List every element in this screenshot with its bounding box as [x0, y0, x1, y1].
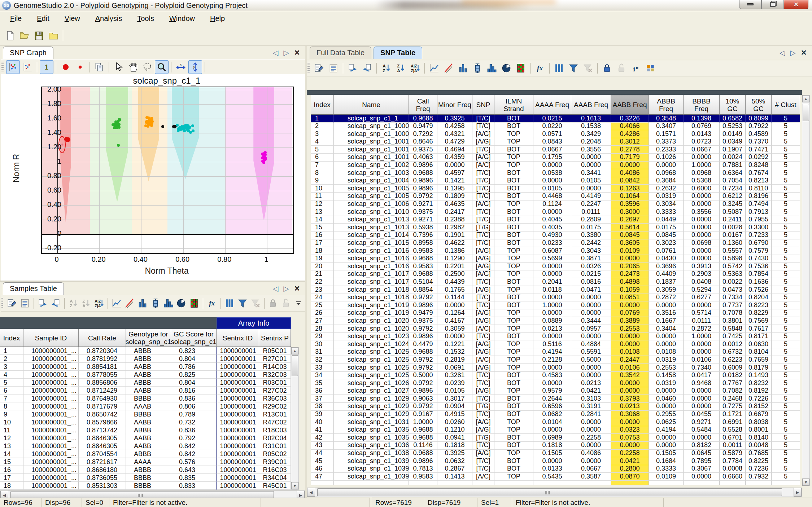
cell[interactable]: solcap_snp_c1_10130	[334, 216, 409, 224]
cell[interactable]: 5	[772, 340, 800, 348]
cell[interactable]: [T/G]	[472, 403, 494, 411]
cell[interactable]: 0.0105	[571, 177, 611, 185]
cell[interactable]: 0.9896	[409, 333, 437, 341]
cell[interactable]: 0.7737	[720, 301, 746, 309]
column-header-sample-id[interactable]: Sample ID	[23, 329, 79, 347]
cell[interactable]: 0.8717679	[79, 402, 126, 410]
cell[interactable]: 0.9896	[409, 387, 437, 395]
import-table-icon[interactable]	[360, 61, 374, 75]
table-row[interactable]: 33solcap_snp_c1_102550.97920.0691[A/G]TO…	[311, 364, 800, 372]
cell[interactable]: 14	[311, 216, 334, 224]
filter-icon[interactable]	[236, 296, 249, 310]
cell[interactable]: 5	[772, 138, 800, 146]
cell[interactable]: 0.3444	[571, 317, 611, 325]
cell[interactable]: 0.3889	[611, 317, 649, 325]
table-row[interactable]: 10solcap_snp_c1_100500.98960.1395[T/C]BO…	[311, 185, 800, 193]
scroll-left-icon[interactable]: ◀	[307, 488, 315, 497]
scroll-up-icon[interactable]: ▲	[291, 347, 298, 354]
cell[interactable]: 0.4086	[611, 169, 649, 177]
cell[interactable]: 0.0000	[533, 309, 571, 317]
cell[interactable]: 0.0109	[611, 247, 649, 255]
table-row[interactable]: 151000000001_...0.8721617AAAA0.576100000…	[0, 458, 291, 466]
cell[interactable]: TOP	[494, 418, 533, 426]
cell[interactable]: 0.0851	[611, 294, 649, 302]
cell[interactable]: 0.0000	[684, 255, 720, 263]
cell[interactable]: 1000000001	[217, 402, 259, 410]
cell[interactable]: 0.6596	[533, 403, 571, 411]
table-row[interactable]: 6solcap_snp_c1_100130.40630.4359[A/G]TOP…	[311, 154, 800, 162]
cell[interactable]: 0.1221	[437, 340, 472, 348]
cell[interactable]: 0.9792	[409, 379, 437, 387]
cell[interactable]: 0.4884	[571, 340, 611, 348]
cell[interactable]: 1.0000	[684, 333, 720, 341]
cell[interactable]: 0.1064	[611, 193, 649, 200]
cell[interactable]: 0.7767	[720, 379, 746, 387]
cell[interactable]: 35	[311, 379, 334, 387]
cell[interactable]: solcap_snp_c1_10020	[334, 162, 409, 169]
cell[interactable]: 0.1818	[437, 442, 472, 450]
table-row[interactable]: 131000000001_...0.8846305AABB0.842100000…	[0, 442, 291, 450]
cell[interactable]: TOP	[494, 387, 533, 395]
cell[interactable]: 0.0753	[611, 434, 649, 442]
cell[interactable]: solcap_snp_c1_10202	[334, 325, 409, 333]
select-cursor-icon[interactable]	[112, 60, 125, 74]
cell[interactable]: 5	[772, 177, 800, 185]
cell[interactable]: 0.8958	[409, 239, 437, 247]
cell[interactable]: 18	[311, 247, 334, 255]
cell[interactable]: 0.1146	[409, 442, 437, 450]
cell[interactable]: 0.2800	[611, 465, 649, 473]
cell[interactable]: BOT	[494, 333, 533, 341]
cell[interactable]: [A/C]	[472, 325, 494, 333]
cell[interactable]: 1.0000	[409, 418, 437, 426]
cell[interactable]: 0.0239	[437, 379, 472, 387]
table-row[interactable]: 9solcap_snp_c1_100420.98960.1421[T/C]BOT…	[311, 177, 800, 185]
cell[interactable]: AAAB	[126, 402, 171, 410]
cell[interactable]: 0.4321	[437, 130, 472, 138]
cell[interactable]: 0.1901	[437, 232, 472, 239]
cell[interactable]: 0.1458	[649, 372, 684, 380]
cell[interactable]: 0.8104	[746, 348, 772, 356]
cell[interactable]: 0.9688	[409, 255, 437, 263]
cell[interactable]: 0.9271	[409, 200, 437, 208]
cell[interactable]: BOT	[494, 372, 533, 380]
cell[interactable]: 5	[772, 418, 800, 426]
cell[interactable]: 5	[772, 115, 800, 123]
cell[interactable]: 0.3696	[649, 263, 684, 270]
cell[interactable]: ABBB	[126, 355, 171, 363]
cell[interactable]: 0.8179	[746, 364, 772, 372]
cell[interactable]: 1000000001	[217, 458, 259, 466]
cell[interactable]: 0.7234	[720, 185, 746, 193]
cell[interactable]: 0.1210	[437, 426, 472, 434]
table-row[interactable]: 45solcap_snp_c1_103900.98960.0632[T/C]BO…	[311, 457, 800, 465]
cell[interactable]: 5	[772, 239, 800, 247]
cell[interactable]: 0.9688	[409, 426, 437, 434]
cell[interactable]: 9	[0, 410, 23, 418]
table-row[interactable]: 81000000001_...0.8717679AAAB0.8061000000…	[0, 402, 291, 410]
cell[interactable]: 2	[311, 123, 334, 131]
table-row[interactable]: 20solcap_snp_c1_101690.95830.2201[A/G]TO…	[311, 263, 800, 270]
cell[interactable]: R13C01	[259, 410, 291, 418]
cell[interactable]: 0.6660	[720, 473, 746, 481]
cell[interactable]: 0.4149	[571, 193, 611, 200]
cell[interactable]: 5	[772, 270, 800, 278]
table-row[interactable]: 5solcap_snp_c1_100120.93750.4694[T/C]BOT…	[311, 146, 800, 154]
cell[interactable]: BOT	[494, 185, 533, 193]
cell[interactable]: 0.7784	[720, 457, 746, 465]
cell[interactable]: 0.0000	[437, 162, 472, 169]
cell[interactable]: 0.5898	[720, 255, 746, 263]
cell[interactable]: 0.0111	[571, 208, 611, 216]
cell[interactable]: 0.3226	[611, 115, 649, 123]
cell[interactable]: 0.0000	[684, 403, 720, 411]
cell[interactable]: 0.3801	[720, 317, 746, 325]
cell[interactable]: 0.1395	[437, 185, 472, 193]
table-row[interactable]: 51000000001_...0.8856806ABBB0.8041000000…	[0, 379, 291, 387]
cell[interactable]: solcap_snp_c1_10358	[334, 434, 409, 442]
cell[interactable]: 1000000001_...	[23, 418, 79, 426]
large-points-icon[interactable]	[59, 60, 73, 74]
cell[interactable]: 1000000001_...	[23, 442, 79, 450]
cell[interactable]: 0.816	[171, 387, 217, 394]
cell[interactable]: 8	[0, 402, 23, 410]
cell[interactable]: 0.0000	[571, 309, 611, 317]
menu-help[interactable]: Help	[205, 13, 230, 24]
cell[interactable]: R27C01	[259, 355, 291, 363]
